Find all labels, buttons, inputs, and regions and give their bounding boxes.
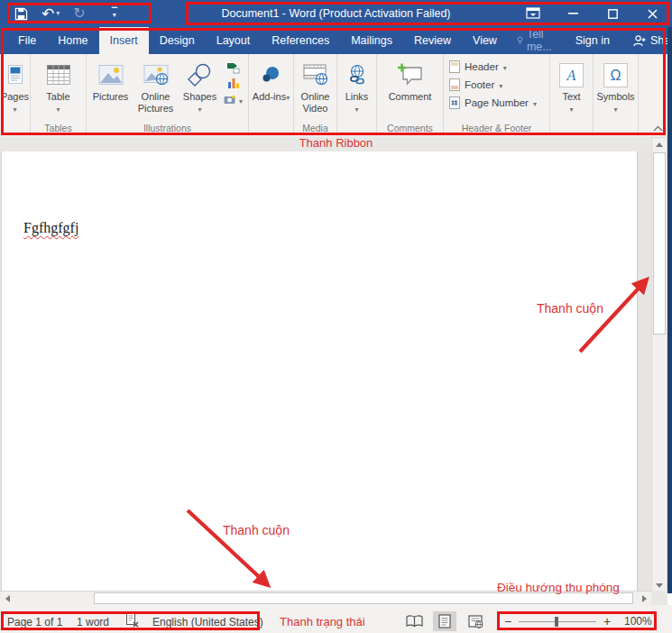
text-icon: A — [559, 63, 584, 87]
header-label: Header — [465, 61, 499, 72]
add-ins-button[interactable]: Add-ins — [251, 57, 292, 104]
ribbon: Pages Table Tables — [0, 54, 672, 136]
collapse-ribbon-icon[interactable] — [653, 125, 663, 132]
ribbon-display-options-icon[interactable] — [513, 0, 553, 27]
table-button[interactable]: Table — [38, 57, 79, 115]
footer-icon — [449, 78, 460, 91]
shapes-dropdown-icon — [198, 103, 201, 115]
add-ins-dropdown-icon — [286, 91, 290, 102]
pictures-label: Pictures — [93, 91, 129, 103]
minimize-button[interactable] — [553, 0, 593, 27]
print-layout-icon[interactable] — [433, 611, 456, 631]
view-shortcuts — [402, 611, 487, 631]
zoom-in-button[interactable]: + — [601, 614, 613, 628]
text-button[interactable]: A Text — [551, 57, 593, 115]
vertical-scrollbar-thumb[interactable] — [653, 152, 666, 335]
tab-view[interactable]: View — [462, 27, 508, 54]
links-dropdown-icon — [354, 103, 358, 115]
footer-dropdown-icon — [499, 79, 502, 90]
links-button[interactable]: Links — [339, 57, 375, 115]
chart-icon[interactable] — [227, 77, 240, 88]
ribbon-group-comments: Comment Comments — [377, 54, 444, 136]
zoom-out-button[interactable]: − — [502, 614, 514, 628]
annotation-scrollbar-bottom: Thanh cuộn — [223, 523, 290, 537]
title-bar: ↶▾ ↻ ▔▾ Document1 - Word (Product Activa… — [0, 0, 672, 27]
online-video-button[interactable]: Online Video — [295, 57, 336, 115]
document-area: Fgfhgfgfj — [0, 151, 672, 591]
online-pictures-button[interactable]: Online Pictures — [133, 57, 179, 115]
ribbon-group-addins: Add-ins — [249, 54, 294, 136]
proofing-errors-icon[interactable] — [125, 613, 139, 628]
annotation-status-bar: Thanh trạng thái — [280, 615, 365, 628]
page-number-label: Page Number — [465, 97, 529, 108]
tables-group-label: Tables — [31, 123, 86, 136]
tab-insert[interactable]: Insert — [99, 27, 149, 54]
links-icon — [346, 59, 368, 91]
online-pictures-icon — [143, 59, 169, 91]
tab-design[interactable]: Design — [149, 27, 206, 54]
comments-group-label: Comments — [377, 123, 443, 136]
pictures-button[interactable]: Pictures — [90, 57, 132, 103]
tab-file[interactable]: File — [7, 27, 47, 54]
ribbon-group-text: A Text — [550, 54, 594, 136]
smartart-icon[interactable] — [226, 62, 240, 74]
tab-references[interactable]: References — [261, 27, 340, 54]
ribbon-group-media: Online Video Media — [294, 54, 337, 136]
pages-button[interactable]: Pages — [0, 57, 30, 115]
illustrations-group-label: Illustrations — [87, 123, 248, 136]
word-count[interactable]: 1 word — [77, 615, 109, 629]
online-video-label: Online Video — [295, 91, 336, 115]
shapes-button[interactable]: Shapes — [180, 57, 220, 115]
pages-label: Pages — [1, 91, 29, 103]
close-button[interactable] — [632, 0, 672, 27]
sign-in-button[interactable]: Sign in — [565, 27, 621, 54]
share-button[interactable]: Share — [622, 34, 672, 47]
scroll-left-icon[interactable] — [0, 592, 14, 605]
online-pictures-label: Online Pictures — [133, 91, 179, 115]
screenshot-button[interactable] — [224, 91, 243, 107]
scroll-right-icon[interactable] — [637, 592, 651, 605]
header-button[interactable]: Header — [449, 60, 537, 73]
maximize-button[interactable] — [593, 0, 632, 27]
comment-icon — [398, 59, 423, 91]
vertical-scrollbar[interactable] — [651, 137, 667, 593]
comment-button[interactable]: Comment — [382, 57, 439, 103]
footer-button[interactable]: Footer — [449, 78, 537, 91]
annotation-zoom-navigation: Điều hướng thu phóng — [497, 581, 620, 594]
online-video-icon — [303, 59, 328, 91]
document-text[interactable]: Fgfhgfgfj — [23, 220, 78, 236]
table-dropdown-icon — [56, 103, 60, 115]
page-indicator[interactable]: Page 1 of 1 — [7, 615, 62, 629]
ribbon-group-pages: Pages — [0, 54, 31, 136]
screenshot-camera-icon — [224, 95, 237, 105]
symbols-button[interactable]: Ω Symbols — [595, 57, 637, 115]
zoom-level[interactable]: 100% — [624, 615, 652, 628]
read-mode-icon[interactable] — [402, 611, 426, 631]
zoom-slider-thumb[interactable] — [555, 617, 558, 627]
lightbulb-icon — [517, 34, 523, 47]
web-layout-icon[interactable] — [464, 611, 487, 631]
page-number-icon — [449, 96, 460, 109]
window-controls — [513, 0, 672, 27]
tab-mailings[interactable]: Mailings — [340, 27, 403, 54]
document-page[interactable]: Fgfhgfgfj — [1, 151, 638, 591]
header-dropdown-icon — [503, 61, 507, 72]
links-label: Links — [345, 91, 369, 103]
window-right-edge — [667, 27, 672, 593]
page-number-button[interactable]: Page Number — [449, 96, 537, 109]
tab-review[interactable]: Review — [403, 27, 462, 54]
tell-me-box[interactable]: Tell me... — [510, 28, 563, 53]
scrollbar-corner — [651, 591, 667, 605]
screenshot-dropdown-icon — [239, 91, 243, 107]
add-ins-icon — [261, 59, 282, 91]
zoom-slider[interactable] — [519, 621, 596, 622]
scroll-up-icon[interactable] — [652, 138, 667, 151]
symbols-icon: Ω — [603, 63, 628, 87]
ribbon-group-header-footer: Header Footer Page Number Header & — [444, 54, 550, 136]
language-indicator[interactable]: English (United States) — [152, 615, 263, 629]
tab-layout[interactable]: Layout — [206, 27, 262, 54]
tell-me-label: Tell me... — [527, 28, 556, 53]
tab-home[interactable]: Home — [47, 27, 98, 54]
ribbon-group-tables: Table Tables — [31, 54, 87, 136]
footer-label: Footer — [465, 79, 494, 90]
